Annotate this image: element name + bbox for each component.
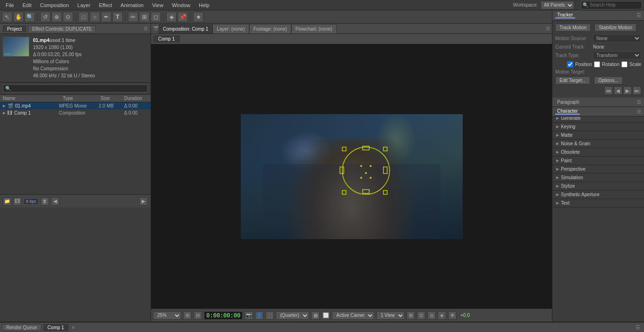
project-panel-menu[interactable]: ☰ <box>144 26 148 31</box>
toolbar-zoom-tool[interactable]: 🔍 <box>25 12 35 22</box>
resolution-select[interactable]: (Quarter) <box>276 311 309 320</box>
nav-prev-btn[interactable]: ◀ <box>614 86 622 95</box>
project-search-input[interactable] <box>3 84 148 92</box>
effect-controls-tab[interactable]: Effect Controls: DUPLICATE <box>28 25 96 32</box>
prev-item-btn[interactable]: ◀ <box>51 197 59 206</box>
track-motion-btn[interactable]: Track Motion <box>555 24 591 32</box>
scale-check[interactable]: Scale <box>621 61 641 67</box>
rotation-checkbox[interactable] <box>594 61 600 67</box>
effect-category-item[interactable]: ▶Text <box>552 199 644 208</box>
project-tab[interactable]: Project <box>3 25 26 32</box>
effect-category-item[interactable]: ▶Synthetic Aperture <box>552 191 644 199</box>
snapshot-btn[interactable]: 📷 <box>245 311 253 320</box>
menu-view[interactable]: View <box>148 1 167 9</box>
menu-composition[interactable]: Composition <box>36 1 73 9</box>
next-item-btn[interactable]: ▶ <box>139 197 148 206</box>
toolbar-cam-track[interactable]: ⊙ <box>63 12 73 22</box>
roi-btn[interactable]: ⬜ <box>322 311 330 320</box>
show-channel-btn[interactable]: 👤 <box>255 311 263 320</box>
position-checkbox[interactable] <box>567 61 573 67</box>
menu-help[interactable]: Help <box>195 1 213 9</box>
effect-category-item[interactable]: ▶Noise & Grain <box>552 140 644 148</box>
toolbar-pen-tool[interactable]: ✒ <box>101 12 111 22</box>
timeline-panel-menu[interactable]: ☰ <box>636 324 640 331</box>
toolbar-eraser-tool[interactable]: ◻ <box>151 12 161 22</box>
playback-controls: ⏮ ◀ ▶ ⏭ <box>555 86 641 95</box>
tracker-tab[interactable]: Tracker <box>555 12 575 18</box>
nav-end-btn[interactable]: ⏭ <box>633 86 641 95</box>
character-menu[interactable]: ☰ <box>637 109 641 114</box>
effect-category-item[interactable]: ▶Stylize <box>552 182 644 191</box>
zoom-select[interactable]: 25% <box>153 311 181 320</box>
motion-blur-btn[interactable]: ◎ <box>427 311 436 320</box>
render-queue-tab[interactable]: Render Queue <box>2 324 42 331</box>
edit-target-btn[interactable]: Edit Target... <box>555 76 590 84</box>
flowchart-tab[interactable]: Flowchart: (none) <box>291 24 337 33</box>
menu-animation[interactable]: Animation <box>117 1 147 9</box>
delete-item-btn[interactable]: 🗑 <box>41 197 49 206</box>
new-folder-btn[interactable]: 📁 <box>3 197 11 206</box>
toolbar-roto-brush[interactable]: ◈ <box>166 12 177 22</box>
effect-category-item[interactable]: ▶Obsolete <box>552 148 644 157</box>
view-options-btn[interactable]: ⊞ <box>407 311 415 320</box>
menu-file[interactable]: File <box>2 1 18 9</box>
effect-category-item[interactable]: ▶Paint <box>552 157 644 165</box>
toolbar-brush-tool[interactable]: ✏ <box>128 12 138 22</box>
scale-checkbox[interactable] <box>621 61 627 67</box>
comp-tab-active[interactable]: Composition: Comp 1 <box>159 24 212 33</box>
track-type-select[interactable]: Transform <box>593 51 641 59</box>
transparency-btn[interactable]: ⬚ <box>265 311 274 320</box>
paragraph-menu[interactable]: ☰ <box>637 100 641 105</box>
nav-start-btn[interactable]: ⏮ <box>604 86 613 95</box>
comp-panel-menu[interactable]: ☰ <box>546 26 550 31</box>
stabilize-motion-btn[interactable]: Stabilize Motion <box>594 24 636 32</box>
guide-btn[interactable]: ✜ <box>448 311 457 320</box>
effect-category-item[interactable]: ▶Simulation <box>552 174 644 182</box>
fast-preview-btn[interactable]: ▦ <box>311 311 320 320</box>
effect-category-item[interactable]: ▶Keying <box>552 123 644 131</box>
layer-tab[interactable]: Layer: (none) <box>212 24 249 33</box>
comp1-timeline-tab[interactable]: Comp 1 <box>43 324 68 331</box>
workspace-select[interactable]: All Panels <box>541 1 574 9</box>
toolbar-text-tool[interactable]: T <box>112 12 123 22</box>
toolbar-arrow-tool[interactable]: ↖ <box>2 12 12 22</box>
view-layout-select[interactable]: 1 View <box>376 311 405 320</box>
tracker-panel-menu[interactable]: ☰ <box>636 12 641 18</box>
new-comp-btn[interactable]: 🎞 <box>13 197 22 206</box>
position-check[interactable]: Position <box>567 61 592 67</box>
nav-play-btn[interactable]: ▶ <box>623 86 632 95</box>
grid-btn[interactable]: ⊟ <box>194 311 202 320</box>
camera-select[interactable]: Active Camera <box>332 311 374 320</box>
paragraph-tab[interactable]: Paragraph <box>555 100 581 105</box>
toolbar-shape-star[interactable]: ★ <box>193 12 203 22</box>
effect-category-item[interactable]: ▶Perspective <box>552 165 644 174</box>
motion-source-select[interactable]: None <box>593 34 641 42</box>
footage-tab[interactable]: Footage: (none) <box>249 24 291 33</box>
search-help-input[interactable] <box>581 1 642 9</box>
toolbar-sep4 <box>163 13 164 21</box>
toolbar-mask-ellipse[interactable]: ○ <box>90 12 100 22</box>
close-tab-btn[interactable]: ✕ <box>71 325 75 330</box>
project-item[interactable]: ▶ 🎞 Comp 1 Composition Δ 0:00 <box>0 109 151 116</box>
menu-edit[interactable]: Edit <box>19 1 35 9</box>
comp1-view-tab[interactable]: Comp 1 <box>153 35 180 42</box>
menu-window[interactable]: Window <box>168 1 194 9</box>
toolbar-hand-tool[interactable]: ✋ <box>13 12 24 22</box>
toolbar-stamp-tool[interactable]: ⊞ <box>139 12 150 22</box>
fit-btn[interactable]: ⊞ <box>183 311 192 320</box>
menu-effect[interactable]: Effect <box>95 1 116 9</box>
options-btn[interactable]: Options... <box>594 76 623 84</box>
effect-category-item[interactable]: ▶Matte <box>552 131 644 140</box>
project-item[interactable]: ▶ 🎬 01.mp4 MPEG Movie 2.0 MB Δ 0:00 <box>0 102 151 109</box>
toolbar-mask-rect[interactable]: □ <box>78 12 89 22</box>
toolbar-cam-orbit[interactable]: ⊕ <box>51 12 62 22</box>
pixel-aspect-btn[interactable]: ⊡ <box>417 311 425 320</box>
toolbar-rotate-tool[interactable]: ↺ <box>40 12 51 22</box>
toolbar-puppet-pin[interactable]: 📌 <box>178 12 188 22</box>
bpc-badge: 8 bpc <box>24 198 39 205</box>
character-tab[interactable]: Character <box>555 108 580 115</box>
rotation-check[interactable]: Rotation <box>594 61 619 67</box>
menu-layer[interactable]: Layer <box>74 1 94 9</box>
draft-3d-btn[interactable]: ◈ <box>438 311 446 320</box>
comp-viewport[interactable] <box>151 44 552 308</box>
